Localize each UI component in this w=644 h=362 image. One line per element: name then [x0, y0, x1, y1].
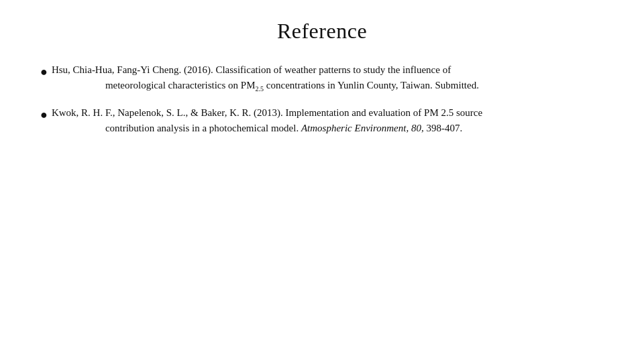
page: Reference ● Hsu, Chia-Hua, Fang-Yi Cheng…: [0, 0, 644, 362]
ref-2-line-1: Kwok, R. H. F., Napelenok, S. L., & Bake…: [52, 105, 482, 121]
list-item: ● Hsu, Chia-Hua, Fang-Yi Cheng. (2016). …: [40, 62, 604, 95]
references-list: ● Hsu, Chia-Hua, Fang-Yi Cheng. (2016). …: [40, 62, 604, 136]
list-item: ● Kwok, R. H. F., Napelenok, S. L., & Ba…: [40, 105, 604, 137]
ref-1-line-1: Hsu, Chia-Hua, Fang-Yi Cheng. (2016). Cl…: [52, 62, 479, 78]
ref-2-line-2: contribution analysis in a photochemical…: [52, 121, 482, 136]
page-title: Reference: [40, 19, 604, 44]
bullet-2: ●: [40, 106, 48, 125]
ref-1-content: Hsu, Chia-Hua, Fang-Yi Cheng. (2016). Cl…: [52, 62, 479, 95]
ref-1-line-2: meteorological characteristics on PM2.5 …: [52, 78, 479, 95]
ref-2-content: Kwok, R. H. F., Napelenok, S. L., & Bake…: [52, 105, 482, 137]
bullet-1: ●: [40, 63, 48, 82]
